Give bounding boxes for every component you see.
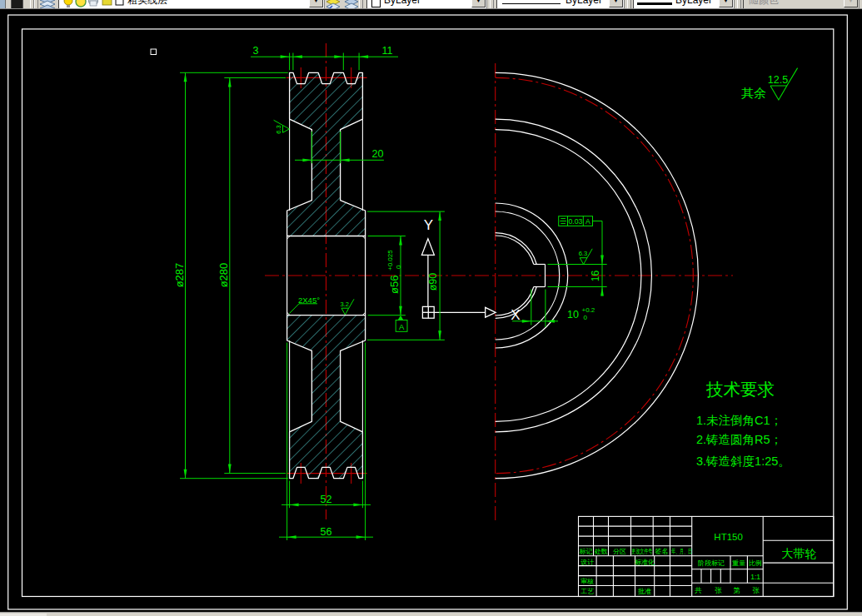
dim-web-thickness[interactable]: 20 <box>372 148 384 160</box>
ucs-y-arrowhead <box>421 239 434 256</box>
dim-bore-dia[interactable]: ø56 <box>388 276 401 294</box>
tb-row-standard: 标准化 <box>635 559 655 566</box>
dim-keyway-depth[interactable]: 10 <box>567 309 579 320</box>
plotstyle-combo-dropdown[interactable]: ▼ <box>844 0 858 7</box>
make-current-icon <box>326 0 341 9</box>
dimension-arrows <box>184 55 604 539</box>
tb-row-check: 审核 <box>580 578 594 585</box>
toolbar-edge-icon[interactable] <box>0 0 6 8</box>
toolbar-grip[interactable] <box>627 0 631 9</box>
ucs-x-arrowhead <box>486 307 496 317</box>
roughness-bore[interactable]: 3.2 <box>340 299 354 315</box>
tb-col-zone: 分区 <box>613 548 626 555</box>
toolbar-grip[interactable] <box>359 0 363 9</box>
title-block: HT150 大带轮 标记 处数 分区 更改文件号 签名 年、月、日 设计 标准化… <box>579 516 834 596</box>
dimension-texts: 3 11 ø287 ø280 20 ø90 ø56 +0.025 0 52 56… <box>173 45 601 538</box>
lineweight-combo[interactable]: ByLayer ▼ <box>633 0 735 9</box>
tb-sheet-no-unit: 张 <box>753 586 760 594</box>
tb-stage-header: 阶段标记 <box>698 559 725 567</box>
roughness-rim-side[interactable]: 6.3 <box>274 120 290 134</box>
dim-groove-edge[interactable]: 3 <box>253 45 259 57</box>
layer-properties-button[interactable] <box>38 0 57 9</box>
layer-combo-dropdown[interactable]: ▼ <box>309 0 323 7</box>
roughness-bore-value: 3.2 <box>340 301 348 308</box>
lineweight-combo-dropdown[interactable]: ▼ <box>719 0 733 7</box>
tb-col-date: 年、月、日 <box>671 548 692 555</box>
chamfer-note: 2X45° <box>298 296 320 305</box>
layer-color-chip <box>116 0 123 5</box>
linetype-combo[interactable]: ByLayer ▼ <box>496 0 625 9</box>
tb-scale-header: 比例 <box>749 559 762 567</box>
tb-col-docno: 更改文件号 <box>631 548 652 555</box>
plotstyle-combo-value: 随颜色 <box>749 0 779 8</box>
plot-icon <box>102 0 112 5</box>
lineweight-preview-icon <box>637 2 672 5</box>
ucs-y-label: Y <box>424 217 433 233</box>
tech-requirements[interactable]: 技术要求 1.未注倒角C1； 2.铸造圆角R5； 3.铸造斜度1:25。 <box>696 380 790 468</box>
dim-outer-dia[interactable]: ø287 <box>173 263 186 288</box>
gdt-tolerance: 0.03 <box>569 217 583 226</box>
tb-weight-header: 重量 <box>731 559 745 567</box>
layer-previous-icon <box>344 0 359 9</box>
layers-icon <box>39 0 56 9</box>
drawing-canvas[interactable]: Y X <box>0 0 862 616</box>
tech-req-item-1: 1.未注倒角C1； <box>696 414 782 427</box>
dim-keyway-tol-up[interactable]: +0.2 <box>582 306 595 314</box>
layer-states-button[interactable] <box>8 0 25 9</box>
dim-hub-dia[interactable]: ø90 <box>427 273 439 291</box>
color-combo[interactable]: ByLayer ▼ <box>366 0 487 9</box>
linetype-combo-value: ByLayer <box>566 0 602 8</box>
toolbar-grip[interactable] <box>737 0 741 9</box>
tb-material: HT150 <box>714 532 743 542</box>
roughness-rim-value: 6.3 <box>275 125 282 133</box>
dim-groove-width[interactable]: 11 <box>382 45 393 57</box>
dim-bore-tol-dn[interactable]: 0 <box>395 265 402 269</box>
dim-pitch-dia[interactable]: ø280 <box>217 263 230 288</box>
tb-row-process: 工艺 <box>580 588 594 595</box>
tech-req-item-2: 2.铸造圆角R5； <box>696 433 782 446</box>
section-lower-half <box>287 315 366 479</box>
surface-note-prefix: 其余 <box>741 86 766 100</box>
layer-previous-button[interactable] <box>343 0 360 9</box>
symmetry-symbol-icon <box>560 219 566 224</box>
tech-req-title: 技术要求 <box>705 380 775 399</box>
bulb-icon <box>64 0 72 7</box>
color-chip-icon <box>371 0 381 7</box>
dim-rim-width[interactable]: 52 <box>321 494 332 505</box>
datum-symbol[interactable]: A <box>396 315 407 332</box>
ucs-x-label: X <box>511 307 520 323</box>
linetype-combo-dropdown[interactable]: ▼ <box>609 0 623 7</box>
layer-state-icons <box>62 0 127 9</box>
linetype-preview-icon <box>502 3 561 4</box>
tb-sheet-total-label: 共 <box>694 586 702 594</box>
dim-keyway-width[interactable]: 16 <box>590 271 601 282</box>
tb-part-name: 大带轮 <box>782 547 817 560</box>
toolbar: 粗实线层 ▼ ByLayer ▼ ByLayer ▼ <box>0 0 862 9</box>
bore-chamfer-arc-upper <box>496 233 537 265</box>
gdt-frame[interactable]: 0.03 A <box>559 216 593 226</box>
tb-row-design: 设计 <box>580 559 594 566</box>
tb-scale-value: 1:1 <box>750 573 760 581</box>
section-upper-half <box>287 72 366 236</box>
tech-req-item-3: 3.铸造斜度1:25。 <box>696 455 790 468</box>
surface-note-value: 12.5 <box>768 74 788 86</box>
roughness-keyway-value: 6.3 <box>579 250 587 257</box>
dim-bore-dia-group: ø56 +0.025 0 <box>386 250 402 294</box>
black-square-icon <box>11 0 23 9</box>
roughness-keyway[interactable]: 6.3 <box>579 249 593 265</box>
tb-sheet-total-unit: 张 <box>715 586 722 594</box>
tb-col-count: 处数 <box>595 548 608 555</box>
color-combo-dropdown[interactable]: ▼ <box>471 0 486 7</box>
layer-select-combo[interactable]: 粗实线层 ▼ <box>58 0 325 9</box>
toolbar-grip[interactable] <box>490 0 494 9</box>
dim-bore-tol-up[interactable]: +0.025 <box>386 250 394 271</box>
make-layer-current-button[interactable] <box>325 0 341 9</box>
plotstyle-combo[interactable]: 随颜色 ▼ <box>743 0 860 9</box>
layer-combo-value: 粗实线层 <box>127 0 167 8</box>
dim-hub-width[interactable]: 56 <box>321 526 332 538</box>
dim-keyway-tol-dn[interactable]: 0 <box>584 314 588 321</box>
lineweight-combo-value: ByLayer <box>675 0 712 8</box>
surface-note[interactable]: 其余 12.5 <box>741 68 798 100</box>
gdt-datum-ref: A <box>585 217 590 226</box>
pickbox-cursor[interactable] <box>151 49 157 55</box>
